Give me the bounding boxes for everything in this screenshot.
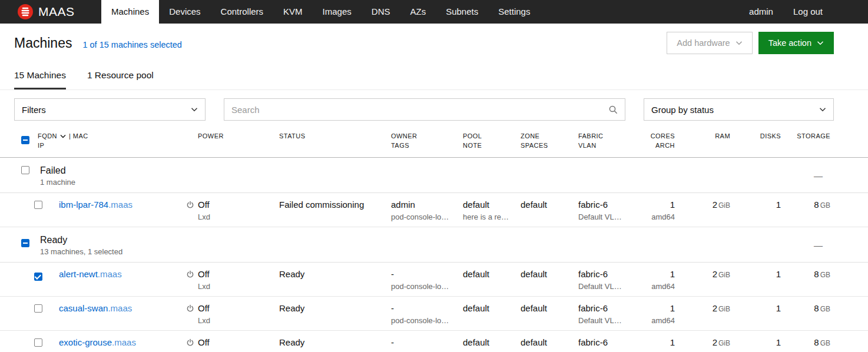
tags: pod-console-lo… [391, 315, 463, 326]
owner: admin [391, 198, 463, 211]
group-by-dropdown-label: Group by status [651, 105, 714, 115]
machine-status: Ready [279, 268, 391, 281]
page-header: Machines 1 of 15 machines selected Add h… [0, 24, 868, 61]
disks: 1 [730, 302, 781, 315]
power-type: Lxd [198, 281, 279, 292]
cores: 1 [645, 268, 675, 281]
machine-domain[interactable]: .maas [98, 269, 122, 279]
main-menu: Machines Devices Controllers KVM Images … [101, 0, 540, 24]
machine-domain[interactable]: .maas [108, 303, 132, 313]
group-ready-checkbox[interactable] [21, 239, 29, 247]
power-state: Off [198, 336, 210, 349]
filters-dropdown[interactable]: Filters [14, 98, 206, 121]
machine-link[interactable]: alert-newt [59, 269, 98, 279]
storage: 8 [814, 269, 819, 279]
fabric: fabric-6 [578, 268, 645, 281]
disks: 1 [730, 198, 781, 211]
ram-unit: GiB [718, 201, 730, 210]
pool: default [463, 198, 521, 211]
machine-link[interactable]: ibm-lpar-784 [59, 200, 108, 210]
nav-item-machines[interactable]: Machines [101, 0, 159, 24]
take-action-button[interactable]: Take action [758, 32, 834, 54]
search-icon [608, 105, 618, 114]
vlan: Default VL… [578, 315, 645, 326]
fqdn-header-label: FQDN [38, 131, 57, 141]
machine-domain[interactable]: .maas [108, 200, 132, 210]
power-type: Lxd [198, 315, 279, 326]
machine-link[interactable]: exotic-grouse [59, 337, 112, 347]
sort-chevron-icon [60, 134, 66, 138]
group-failed-checkbox[interactable] [21, 166, 29, 174]
group-by-dropdown[interactable]: Group by status [644, 98, 834, 121]
nav-item-devices[interactable]: Devices [159, 0, 210, 24]
select-all-checkbox[interactable] [21, 136, 29, 144]
storage-unit: GB [820, 271, 830, 279]
take-action-label: Take action [768, 38, 811, 48]
nav-item-admin[interactable]: admin [739, 0, 783, 24]
machine-row: ibm-lpar-784.maas Off Lxd Failed commiss… [0, 193, 868, 227]
column-header-fqdn[interactable]: FQDN | MAC IP [38, 131, 198, 150]
machine-status: Ready [279, 302, 391, 315]
tab-resource-pool[interactable]: 1 Resource pool [87, 61, 154, 89]
nav-item-images[interactable]: Images [313, 0, 362, 24]
ram-unit: GiB [718, 339, 730, 347]
machine-row: exotic-grouse.maas Off Lxd Ready -pod-co… [0, 331, 868, 352]
nav-item-logout[interactable]: Log out [783, 0, 833, 24]
search-input[interactable] [231, 105, 608, 115]
ip-header-label: IP [38, 141, 198, 150]
arch: amd64 [645, 211, 675, 223]
machine-domain[interactable]: .maas [112, 337, 136, 347]
arch: amd64 [645, 315, 675, 326]
maas-logo[interactable]: MAAS [0, 0, 101, 24]
power-icon [186, 270, 194, 278]
group-row-ready: Ready 13 machines, 1 selected — [0, 227, 868, 263]
vlan: Default VL… [578, 281, 645, 292]
tab-machines[interactable]: 15 Machines [14, 61, 66, 89]
column-header-power: POWER [198, 131, 279, 150]
group-collapse-toggle[interactable]: — [781, 171, 830, 181]
storage-unit: GB [820, 305, 830, 313]
disks: 1 [730, 268, 781, 281]
note: here is a re… [463, 211, 521, 223]
storage-unit: GB [820, 201, 830, 210]
arch: amd64 [645, 349, 675, 352]
machine-link[interactable]: casual-swan [59, 303, 108, 313]
fabric: fabric-6 [578, 336, 645, 349]
view-tabs: 15 Machines 1 Resource pool [0, 61, 868, 90]
group-count: 1 machine [40, 177, 645, 188]
page-title: Machines [14, 35, 72, 51]
ram: 2 [713, 303, 717, 313]
header-actions: Add hardware Take action [667, 32, 834, 54]
column-header-cores: CORESARCH [645, 131, 675, 150]
nav-item-kvm[interactable]: KVM [273, 0, 313, 24]
power-icon [186, 338, 194, 347]
table-header-row: FQDN | MAC IP POWER STATUS OWNERTAGS POO… [0, 121, 868, 158]
machine-status: Ready [279, 336, 391, 349]
column-header-owner: OWNERTAGS [391, 131, 463, 150]
selection-summary-link[interactable]: 1 of 15 machines selected [82, 40, 181, 49]
maas-logo-icon [18, 4, 33, 19]
owner: - [391, 336, 463, 349]
nav-item-controllers[interactable]: Controllers [211, 0, 274, 24]
nav-item-azs[interactable]: AZs [400, 0, 436, 24]
owner: - [391, 268, 463, 281]
group-collapse-toggle[interactable]: — [781, 240, 830, 250]
nav-user-area: admin Log out [739, 0, 868, 24]
group-row-failed: Failed 1 machine — [0, 158, 868, 193]
power-icon [186, 201, 194, 209]
tags: pod-console-lo… [391, 211, 463, 223]
chevron-down-icon [736, 41, 743, 45]
fabric: fabric-6 [578, 198, 645, 211]
add-hardware-button[interactable]: Add hardware [667, 32, 752, 54]
machines-table: FQDN | MAC IP POWER STATUS OWNERTAGS POO… [0, 121, 868, 352]
search-box[interactable] [224, 98, 625, 121]
tags: pod-console-lo… [391, 349, 463, 352]
nav-item-dns[interactable]: DNS [362, 0, 400, 24]
pool: default [463, 336, 521, 349]
column-header-ram: RAM [675, 131, 730, 150]
nav-item-subnets[interactable]: Subnets [436, 0, 488, 24]
mac-header-label: | MAC [69, 131, 88, 141]
nav-item-settings[interactable]: Settings [488, 0, 540, 24]
power-state: Off [198, 198, 210, 211]
zone: default [521, 302, 578, 315]
